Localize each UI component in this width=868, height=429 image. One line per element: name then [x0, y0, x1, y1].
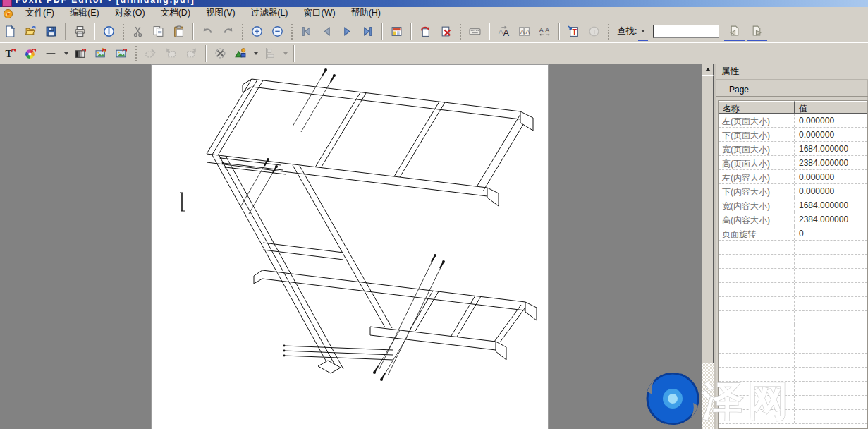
property-value[interactable]: 0.000000 — [795, 128, 867, 141]
toolbar-grip — [123, 24, 124, 40]
prev-page-button[interactable] — [317, 23, 336, 41]
info-button[interactable] — [99, 23, 118, 41]
property-value[interactable]: 2384.000000 — [795, 212, 867, 226]
line-style-dropdown-button[interactable] — [61, 44, 71, 63]
lasso-button[interactable] — [141, 44, 160, 63]
image-add-button[interactable] — [112, 44, 131, 63]
vertical-scrollbar[interactable] — [702, 64, 714, 429]
property-value[interactable]: 0.000000 — [795, 170, 867, 183]
property-value[interactable] — [795, 269, 867, 282]
menu-item-filter[interactable]: 过滤器(L) — [243, 6, 296, 20]
column-header-name[interactable]: 名称 — [719, 101, 795, 114]
find-next-button[interactable] — [747, 22, 767, 41]
find-prev-button[interactable] — [724, 22, 745, 41]
screw-head — [380, 378, 383, 381]
delete-x-button[interactable] — [211, 44, 230, 63]
bolt-head-dot — [225, 167, 227, 169]
scrollbar-thumb[interactable] — [702, 75, 714, 363]
menu-item-help[interactable]: 帮助(H) — [343, 6, 389, 20]
find-history-button[interactable] — [638, 22, 648, 41]
property-value[interactable] — [795, 255, 867, 268]
image-edit-button[interactable] — [92, 44, 111, 63]
property-value[interactable]: 0.000000 — [795, 184, 867, 198]
first-page-button[interactable] — [297, 23, 316, 41]
screw-leader-line — [381, 337, 407, 380]
ladder-edge — [370, 327, 496, 342]
color-wheel-button[interactable] — [21, 44, 40, 63]
scroll-up-button[interactable] — [702, 64, 714, 75]
property-value[interactable] — [795, 382, 867, 395]
chevron-down-icon — [641, 30, 645, 32]
property-row — [719, 241, 867, 255]
menu-item-document[interactable]: 文档(D) — [153, 6, 198, 20]
property-value[interactable] — [795, 410, 867, 423]
font-wide-button[interactable]: AA — [535, 23, 554, 41]
new-button[interactable] — [1, 23, 20, 41]
property-value[interactable]: 0 — [795, 226, 867, 240]
next-page-button[interactable] — [338, 23, 357, 41]
menu-item-window[interactable]: 窗口(W) — [296, 6, 343, 20]
zoom-in-button[interactable] — [247, 23, 267, 41]
font-narrow-button[interactable]: AA — [515, 23, 534, 41]
keyboard-button[interactable] — [465, 23, 484, 41]
shapes-dropdown-button[interactable] — [251, 44, 260, 63]
property-value[interactable] — [795, 325, 867, 339]
property-value[interactable] — [795, 396, 867, 409]
ladder-edge — [207, 162, 487, 196]
menu-item-view[interactable]: 视图(V) — [198, 6, 243, 20]
app-window: Foxit PDF Editor - [dinhdang.pdf] 文件(F)编… — [0, 0, 868, 429]
text-attr-button[interactable]: T — [1, 44, 20, 63]
property-value[interactable]: 2384.000000 — [795, 156, 867, 169]
menu-item-edit[interactable]: 编辑(E) — [62, 6, 107, 20]
property-value[interactable] — [795, 368, 867, 381]
find-input[interactable] — [653, 25, 719, 38]
svg-text:A: A — [520, 28, 525, 35]
align-button[interactable] — [261, 44, 280, 63]
ladder-edge — [293, 165, 385, 327]
redo-button[interactable] — [219, 23, 238, 41]
zoom-out-button[interactable] — [268, 23, 287, 41]
select-back-button[interactable] — [161, 44, 181, 63]
undo-button[interactable] — [198, 23, 217, 41]
pdf-page[interactable] — [152, 65, 548, 429]
property-value[interactable]: 0.000000 — [795, 114, 867, 127]
line-button[interactable] — [42, 44, 61, 63]
property-value[interactable] — [795, 354, 867, 367]
property-value[interactable] — [795, 241, 867, 254]
property-value[interactable]: 1684.000000 — [795, 142, 867, 155]
rotate-page-button[interactable] — [416, 23, 435, 41]
column-header-value[interactable]: 值 — [795, 101, 867, 114]
property-value[interactable] — [795, 283, 867, 296]
shapes-button[interactable] — [231, 44, 250, 63]
paste-button[interactable] — [169, 23, 188, 41]
print-button[interactable] — [71, 23, 90, 41]
property-value[interactable] — [795, 311, 867, 325]
tab-page[interactable]: Page — [721, 83, 757, 96]
delete-page-button[interactable] — [436, 23, 456, 41]
cut-button[interactable] — [128, 23, 147, 41]
property-value[interactable] — [795, 339, 867, 353]
menu-item-object[interactable]: 对象(O) — [107, 6, 153, 20]
gradient-button[interactable] — [71, 44, 90, 63]
save-button[interactable] — [42, 23, 61, 41]
property-value[interactable] — [795, 297, 867, 310]
select-fwd-button[interactable] — [182, 44, 201, 63]
property-value[interactable]: 1684.000000 — [795, 198, 867, 212]
text-circle-button[interactable]: T — [585, 23, 604, 41]
ladder-wireframe-drawing[interactable] — [152, 65, 548, 429]
text-attr-icon: T — [4, 47, 16, 59]
font-replace-button[interactable]: AA — [494, 23, 513, 41]
property-row: 宽(页面大小)1684.000000 — [719, 142, 867, 156]
property-name — [719, 410, 795, 423]
copy-button[interactable] — [149, 23, 168, 41]
last-page-button[interactable] — [358, 23, 377, 41]
open-button[interactable] — [21, 23, 40, 41]
property-row — [719, 269, 867, 283]
menu-item-file[interactable]: 文件(F) — [18, 6, 62, 20]
screw-head — [442, 260, 445, 263]
ladder-edge — [483, 120, 526, 191]
screw-leader-line — [249, 167, 276, 214]
page-layout-button[interactable] — [387, 23, 406, 41]
align-dropdown-button[interactable] — [281, 44, 290, 63]
insert-text-button[interactable]: T — [564, 23, 583, 41]
